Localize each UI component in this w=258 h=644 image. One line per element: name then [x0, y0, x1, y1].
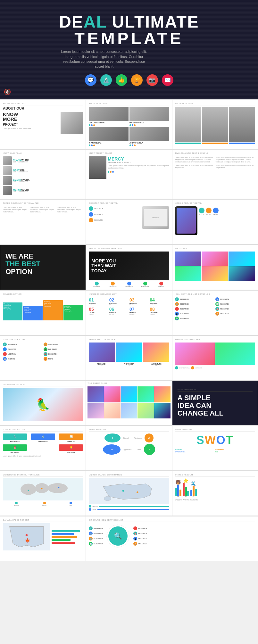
- hero-icon-like[interactable]: 👍: [116, 74, 127, 86]
- swot-shapes: S Strength Weakness W O Opportunity Thre…: [89, 433, 169, 455]
- desktop-item-1: RESEARCH: [89, 206, 140, 211]
- marker-asia: [58, 487, 59, 488]
- slide-team-list: KNOW OUR TEAM THANIAWHITE OUR TEAM MEMBE…: [0, 149, 86, 199]
- slide-most-waiting: THE MOST WAITING TEMPLATE MORE YOU THEN …: [86, 244, 172, 290]
- slide-worldwide: WORLDWIDE DISTRIBUTION SLIDE Americas Eu…: [0, 471, 86, 516]
- slide-big-photo: BIG PHOTO GALLERY 🦜: [0, 381, 86, 425]
- swot-row-1: S Strength Weakness W: [104, 433, 153, 442]
- photo-mix-4: [175, 266, 202, 281]
- hero-icon-trophy[interactable]: 🏆: [131, 74, 143, 86]
- row-3: THREE COLUMNS TEXT EXAMPLE Lorem ipsum d…: [0, 199, 258, 244]
- simple-idea-text: A SIMPLE IDEA CAN CHANGE ALL: [178, 394, 253, 417]
- photo-mix-5: [202, 266, 228, 281]
- photo-mix-grid: [175, 252, 255, 280]
- row-4: WE ARE THE BEST OPTION THE MOST WAITING …: [0, 244, 258, 290]
- hero-subtitle: Lorem ipsum dolor sit amet, consectetur …: [59, 49, 149, 69]
- swot-opportunity: O: [103, 444, 121, 455]
- mobile-image: [175, 206, 197, 235]
- hero-icons: 💬 🔬 👍 🏆 📷 ✉️: [59, 74, 199, 86]
- slide-two-columns: TWO COLUMNS TEXT EXAMPLE Lorem ipsum dol…: [172, 149, 258, 199]
- team-list-item-2: GABYDOE OUR TEAM MEMBER: [3, 166, 83, 175]
- icon-item-4: 📊 RESEARCH: [215, 302, 255, 306]
- know-team-2-label: KNOW OUR TEAM: [175, 103, 255, 105]
- circ-icon-2: 🔬 RESEARCH: [89, 532, 103, 535]
- hero-ultimate: ULTIMATE: [112, 12, 199, 31]
- tile-1: [87, 386, 104, 402]
- three-photos-label: THREE PHOTOS GALLERY: [89, 338, 169, 341]
- circ-icon-4: 📊 RESEARCH: [89, 542, 103, 546]
- swot-letter-o: O: [216, 433, 226, 447]
- three-col-3: Lorem ipsum dolor sit amet consectetur a…: [57, 206, 83, 213]
- marker-americas: [28, 490, 29, 491]
- swot-t-label: TIES: [215, 451, 255, 453]
- icon-services-2-label: ICON SERVICES LIST EXAMPLE 2: [175, 293, 255, 296]
- row-5: BULLETS OPTION Marketing Social Media Re…: [0, 290, 258, 335]
- swot-letter-w: W: [205, 433, 216, 447]
- icon-item-7: 📱 RESEARCH: [175, 312, 215, 316]
- tile-4: [137, 386, 154, 402]
- team-member-3: THANIA RIVERA: [89, 127, 129, 146]
- hero-deal-al: AL: [84, 12, 107, 31]
- icon-s1-item-8: 🎪 MORE: [44, 357, 83, 361]
- hero-template: TEMPLATE: [74, 29, 183, 48]
- tile-8: [121, 403, 137, 419]
- hero-icon-science[interactable]: 🔬: [100, 74, 112, 86]
- photo-mix-3: [229, 252, 255, 266]
- mercy-text: Lorem ipsum dolor sit amet consectetur a…: [108, 165, 169, 169]
- team-list-item-4: MERCYCOURT OUR TEAM MEMBER: [3, 186, 83, 195]
- row-7: BIG PHOTO GALLERY 🦜 TILE PHEED SLIDE GAL…: [0, 380, 258, 425]
- icon-services-list-label: ICON SERVICES LIST: [3, 429, 83, 432]
- gallery-waiting-label: GALLERY WAITING TEMPLATE: [175, 499, 255, 501]
- slide-bullets: BULLETS OPTION Marketing Social Media Re…: [0, 290, 86, 335]
- mercy-label: KNOW MERCY COURT: [89, 152, 169, 155]
- mobile-label: MOBILE PROJECT DETAIL: [175, 202, 255, 205]
- circ-icon-5: ❤️ RESEARCH: [133, 526, 147, 530]
- know-more-heading: KNOWMOREPROJECT: [3, 112, 59, 126]
- num-item-6: 06 WORKTOP Info item: [109, 307, 129, 315]
- big-photo-image: 🦜: [3, 388, 83, 421]
- slide-icon-services-2: ICON SERVICES LIST EXAMPLE 2 🔍 RESEARCH …: [172, 290, 258, 335]
- circ-icon-3: ⚙️ RESEARCH: [89, 537, 103, 541]
- canada-marker: [26, 534, 28, 536]
- hero-icon-chat[interactable]: 💬: [85, 74, 96, 86]
- icon-s1-item-1: 🔍 RESEARCH: [3, 343, 43, 346]
- usa-dist-label: UNITED STATES DISTRIBUTION: [89, 474, 169, 477]
- swot-w-label: THE BARRIER: [215, 449, 255, 450]
- hero-icon-camera[interactable]: 📷: [146, 74, 158, 86]
- tile-5: [154, 386, 171, 402]
- slide-mercy: KNOW MERCY COURT MERCY HISTORY ABOUT MER…: [86, 149, 172, 199]
- photo-mix-1: [175, 252, 202, 266]
- desktop-item-3: RESEARCH: [89, 218, 140, 222]
- slide-circular-icon: CIRCULAR ICON SERVICES LIST 🔍 RESEARCH 🔬…: [86, 516, 258, 561]
- orbit-circle: [107, 525, 129, 547]
- three-photo-3: [143, 343, 169, 362]
- big-photo-label: BIG PHOTO GALLERY: [3, 384, 83, 386]
- circ-icon-7: 📱 RESEARCH: [133, 537, 147, 541]
- tile-9: [137, 403, 154, 419]
- slide-we-are: WE ARE THE BEST OPTION: [0, 244, 86, 290]
- hero-icon-mail[interactable]: ✉️: [162, 74, 173, 86]
- hero-section: DEAL ULTIMATE TEMPLATE Lorem ipsum dolor…: [0, 0, 258, 99]
- canada-label: CANADA SALES REPORT: [3, 519, 83, 522]
- hero-content: DEAL ULTIMATE TEMPLATE Lorem ipsum dolor…: [59, 13, 199, 86]
- slide-two-photos: TWO PHOTOS GALLERY EXCITED THRILL WIRELE…: [172, 335, 258, 380]
- circ-icon-1: 🔍 RESEARCH: [89, 526, 103, 530]
- usa-map-svg: [89, 478, 169, 504]
- slide-know-team-1: KNOW OUR TEAM ODILE HEIDELBERG MARINA SF…: [86, 100, 172, 149]
- desktop-label: DESKTOP PROJECT DETAIL: [89, 202, 169, 205]
- slide-canada: CANADA SALES REPORT 🍁: [0, 516, 86, 561]
- circ-icon-8: 🏠 RESEARCH: [133, 542, 147, 546]
- icon-services-1-label: ICON SERVICES LIST: [3, 338, 83, 341]
- two-col-text-4: Lorem ipsum dolor sit amet consectetur a…: [216, 164, 255, 169]
- two-col-text-3: Lorem ipsum dolor sit amet consectetur a…: [175, 164, 214, 169]
- swot-letter-s: S: [196, 433, 205, 447]
- num-item-5: 05 COLOUR Info item: [89, 307, 108, 315]
- swot-s-label: STRENGTH: [175, 449, 215, 450]
- icon-item-9: 🌍 RESEARCH: [175, 317, 215, 320]
- swot-strength: S: [104, 433, 121, 442]
- team-member-2: MARINA SFONTES: [129, 107, 169, 126]
- team-member-1: ODILE HEIDELBERG: [89, 107, 129, 126]
- three-col-2: Lorem ipsum dolor sit amet consectetur a…: [30, 206, 56, 213]
- slide-swot-1: SWOT ANALYSIS S Strength Weakness W O Op…: [86, 426, 172, 471]
- icon-s1-item-5: 📍 LOCATION: [3, 352, 43, 356]
